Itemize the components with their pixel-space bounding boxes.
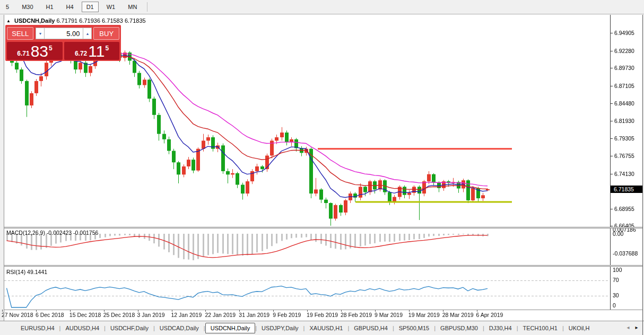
price-tick-label: 6.79305 xyxy=(614,135,634,142)
sell-price-small: 6.71 xyxy=(17,50,29,57)
price-tick-label: 6.74130 xyxy=(614,171,634,177)
date-axis-label: 28 Mar 2019 xyxy=(442,312,474,318)
sell-price-big: 83 xyxy=(31,45,48,58)
date-axis-label: 27 Nov 2018 xyxy=(2,312,33,318)
macd-name: MACD(12,26,9) xyxy=(6,230,45,236)
collapse-panel-icon[interactable]: ▲ xyxy=(6,19,11,23)
timeframe-button-H4[interactable]: H4 xyxy=(62,2,79,12)
price-tick-label: 6.68955 xyxy=(614,206,634,212)
timeframe-bar: 5M30H1H4D1W1MN xyxy=(0,0,644,14)
chart-tab-usdjpy-daily[interactable]: USDJPY,Daily xyxy=(257,323,303,333)
rsi-axis-label: 0 xyxy=(613,302,616,308)
rsi-indicator-label: RSI(14) 49.1441 xyxy=(6,269,47,275)
sell-price-box[interactable]: 6.71 83 5 xyxy=(7,42,63,60)
rsi-axis-label: 100 xyxy=(613,267,622,273)
chart-tab-usdchf-daily[interactable]: USDCHF,Daily xyxy=(106,323,153,333)
chart-tab-gbpusd-h4[interactable]: GBPUSD,H4 xyxy=(349,323,393,333)
chevron-down-icon: ▼ xyxy=(39,32,42,36)
timeframe-button-5[interactable]: 5 xyxy=(1,2,14,12)
date-axis-label: 19 Mar 2019 xyxy=(408,312,440,318)
date-axis-label: 25 Dec 2018 xyxy=(103,312,135,318)
chart-symbol-label: USDCNH,Daily xyxy=(14,17,55,24)
price-tick-label: 6.87105 xyxy=(614,83,634,89)
rsi-axis-label: 70 xyxy=(613,277,619,283)
timeframe-button-MN[interactable]: MN xyxy=(123,2,142,12)
price-tick-label: 6.76755 xyxy=(614,153,634,159)
timeframe-button-M30[interactable]: M30 xyxy=(17,2,38,12)
rsi-current-value: 49.1441 xyxy=(27,269,47,275)
rsi-name: RSI(14) xyxy=(6,269,25,275)
rsi-axis-label: 30 xyxy=(613,292,619,298)
price-tick-label: 6.92280 xyxy=(614,48,634,54)
volume-decrease-button[interactable]: ▼ xyxy=(36,28,45,39)
date-axis-label: 22 Jan 2019 xyxy=(205,312,236,318)
macd-axis-label: 0.00 xyxy=(613,231,623,237)
price-tick-label: 6.84480 xyxy=(614,100,634,107)
macd-pane-divider[interactable] xyxy=(4,227,642,228)
macd-axis-label: -0.037688 xyxy=(613,250,638,257)
buy-price-box[interactable]: 6.72 11 5 xyxy=(64,42,119,60)
one-click-trading-panel: SELL ▼ ▲ BUY 6.71 83 5 6.72 11 5 xyxy=(5,25,121,61)
rsi-pane-divider[interactable] xyxy=(4,265,642,267)
date-axis-label: 12 Jan 2019 xyxy=(171,312,202,318)
date-axis-label: 19 Feb 2019 xyxy=(307,312,338,318)
chart-tab-usdcad-daily[interactable]: USDCAD,Daily xyxy=(155,323,204,333)
timeframe-button-D1[interactable]: D1 xyxy=(82,2,99,12)
chart-title: ▲ USDCNH,Daily 6.71791 6.71936 6.71583 6… xyxy=(6,17,146,24)
date-axis-label: 3 Jan 2019 xyxy=(137,312,165,318)
chart-tab-xauusd-h1[interactable]: XAUUSD,H1 xyxy=(304,323,347,333)
tab-scroll-left-icon[interactable]: ◂ xyxy=(624,322,632,332)
date-axis-label: 6 Dec 2018 xyxy=(36,312,64,318)
chart-tab-eurusd-h4[interactable]: EURUSD,H4 xyxy=(16,323,59,333)
chart-ohlc-values: 6.71791 6.71936 6.71583 6.71835 xyxy=(56,17,145,24)
date-axis-label: 28 Feb 2019 xyxy=(341,312,372,318)
volume-input[interactable] xyxy=(45,28,83,39)
sell-price-sup: 5 xyxy=(49,45,53,52)
sell-button[interactable]: SELL xyxy=(7,27,33,40)
timeframe-button-W1[interactable]: W1 xyxy=(102,2,120,12)
date-axis-label: 9 Feb 2019 xyxy=(273,312,301,318)
date-axis-label: 15 Dec 2018 xyxy=(69,312,101,318)
price-tick-label: 6.94905 xyxy=(614,30,634,36)
buy-price-small: 6.72 xyxy=(75,50,87,57)
date-axis-label: 6 Apr 2019 xyxy=(476,312,503,318)
chart-tab-sp500-m15[interactable]: SP500,M15 xyxy=(394,323,434,333)
buy-price-big: 11 xyxy=(88,45,105,58)
chart-tab-usdcnh-daily[interactable]: USDCNH,Daily xyxy=(205,323,256,333)
current-price-tag: 6.71835 xyxy=(611,186,643,193)
date-axis-label: 31 Jan 2019 xyxy=(239,312,269,318)
mt4-window: 5M30H1H4D1W1MN ▲ USDCNH,Daily 6.71791 6.… xyxy=(0,0,644,335)
date-axis-label: 9 Mar 2019 xyxy=(375,312,403,318)
volume-increase-button[interactable]: ▲ xyxy=(83,28,92,39)
chart-tab-gbpusd-m30[interactable]: GBPUSD,M30 xyxy=(436,323,483,333)
price-tick-label: 6.81930 xyxy=(614,118,634,124)
toolbar-separator xyxy=(147,2,147,12)
macd-indicator-label: MACD(12,26,9) -0.002423 -0.001756 xyxy=(6,230,98,236)
chart-tab-bar: EURUSD,H4|AUDUSD,H4|USDCHF,Daily|USDCAD,… xyxy=(0,321,644,335)
tab-scroll-buttons: ◂ ▸ xyxy=(624,322,641,332)
chart-tab-ukoil-h[interactable]: UKOil,H xyxy=(564,323,595,333)
price-tick-label: 6.89730 xyxy=(614,65,634,71)
rsi-pane-bottom-border xyxy=(4,310,642,310)
chart-tab-dj30-h4[interactable]: DJ30,H4 xyxy=(484,323,517,333)
chart-tab-tech100-h1[interactable]: TECH100,H1 xyxy=(518,323,562,333)
buy-price-sup: 5 xyxy=(105,45,109,52)
buy-button[interactable]: BUY xyxy=(93,27,119,40)
chevron-up-icon: ▲ xyxy=(86,32,90,36)
chart-tab-audusd-h4[interactable]: AUDUSD,H4 xyxy=(60,323,104,333)
tab-scroll-right-icon[interactable]: ▸ xyxy=(632,322,641,332)
window-left-border xyxy=(4,15,4,321)
macd-current-values: -0.002423 -0.001756 xyxy=(47,230,99,236)
window-right-border xyxy=(642,15,643,335)
timeframe-button-H1[interactable]: H1 xyxy=(41,2,58,12)
